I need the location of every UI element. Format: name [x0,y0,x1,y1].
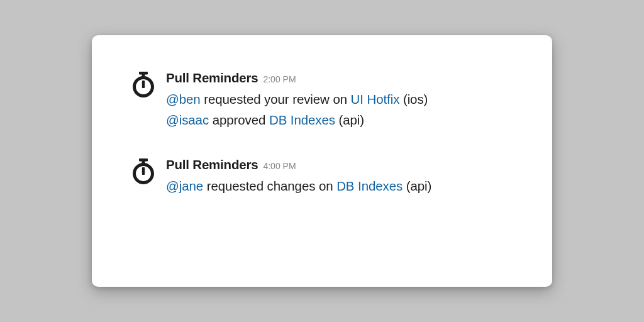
message: Pull Reminders 4:00 PM @jane requested c… [130,157,514,197]
message-text: approved [209,113,269,127]
svg-rect-5 [142,167,145,175]
message-header: Pull Reminders 4:00 PM [166,157,514,172]
message-author[interactable]: Pull Reminders [166,70,258,86]
message-timestamp: 2:00 PM [263,74,296,84]
user-mention[interactable]: @jane [166,179,203,193]
message: Pull Reminders 2:00 PM @ben requested yo… [130,70,514,131]
repo-label: (api) [402,179,431,193]
stopwatch-icon [130,157,157,185]
message-line: @jane requested changes on DB Indexes (a… [166,176,514,197]
message-content: Pull Reminders 4:00 PM @jane requested c… [166,157,514,197]
message-line: @isaac approved DB Indexes (api) [166,110,514,131]
repo-label: (ios) [399,92,428,106]
svg-rect-2 [142,80,145,88]
message-card: Pull Reminders 2:00 PM @ben requested yo… [92,35,552,287]
repo-label: (api) [335,113,364,127]
pr-link[interactable]: UI Hotfix [351,92,400,106]
user-mention[interactable]: @isaac [166,113,209,127]
user-mention[interactable]: @ben [166,92,201,106]
message-timestamp: 4:00 PM [263,161,296,171]
message-author[interactable]: Pull Reminders [166,157,258,172]
message-content: Pull Reminders 2:00 PM @ben requested yo… [166,70,514,131]
pr-link[interactable]: DB Indexes [336,179,402,193]
message-text: requested your review on [201,92,351,106]
message-header: Pull Reminders 2:00 PM [166,70,514,86]
pr-link[interactable]: DB Indexes [269,113,335,127]
message-text: requested changes on [203,179,336,193]
message-line: @ben requested your review on UI Hotfix … [166,89,514,110]
stopwatch-icon [130,70,157,98]
